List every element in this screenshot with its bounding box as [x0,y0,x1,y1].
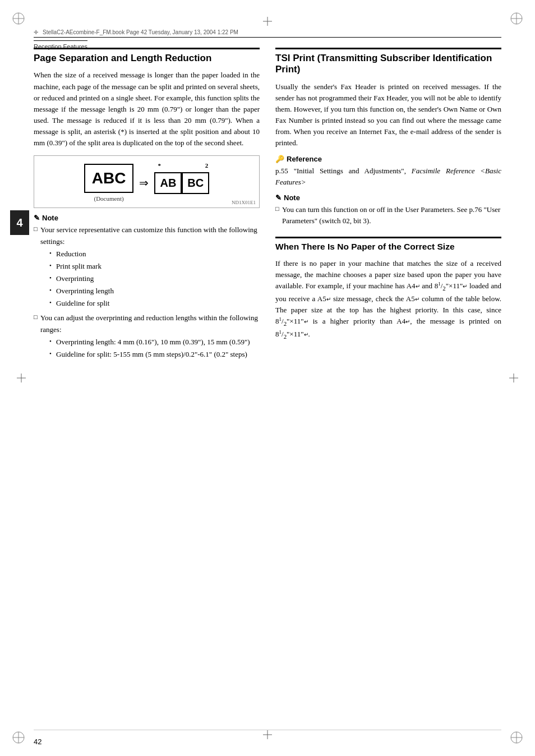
split-page-container: * 2 AB BC [154,172,209,194]
left-column: Page Separation and Length Reduction Whe… [34,48,260,363]
note-label: Note [42,214,58,222]
11-symbol-2: ↵ [304,319,308,325]
page2-marker: 2 [205,162,209,169]
a4-symbol-2: ↵ [405,319,410,325]
note-list: Your service representative can customiz… [34,224,260,360]
right-body-1: Usually the sender's Fax Header is print… [275,81,501,149]
bullet-guideline: Guideline for split [49,298,260,309]
split-page-1: AB [154,172,182,194]
note-bullets-1: Reduction Print split mark Overprinting … [40,248,260,310]
bottom-line [34,730,501,730]
star-marker: * [158,162,161,169]
split-page-2: BC [182,172,209,194]
note-item-2-text: You can adjust the overprinting and redu… [40,314,258,333]
document-text: ABC [84,164,134,193]
bullet-overprinting-length: Overprinting length [49,285,260,297]
left-section-title: Page Separation and Length Reduction [34,48,260,64]
right-note-item-1-text: You can turn this function on or off in … [282,205,500,225]
corner-mark-tr [508,10,525,27]
edge-mark-bottom [263,730,272,739]
page-content: 4 Page Separation and Length Reduction W… [34,48,501,728]
right-note-header: ✎ Note [275,193,501,202]
file-info-cross: ✛ [34,29,38,35]
note-item-1-text: Your service representative can customiz… [40,225,257,245]
a4-symbol-1: ↵ [416,283,420,289]
chapter-tab: 4 [10,210,29,235]
edge-mark-left [17,374,26,382]
file-info-bar: ✛ StellaC2-AEcombine-F_FM.book Page 42 T… [34,29,501,38]
right-body-2: If there is no paper in your machine tha… [275,258,501,342]
note-item-1: Your service representative can customiz… [34,224,260,309]
split-pages: * 2 AB BC [154,172,209,194]
split-diagram: ABC (Document) ⇒ * 2 AB BC [34,155,260,208]
bullet-reduction: Reduction [49,248,260,260]
reference-header: 🔑 Reference [275,155,501,163]
page-number: 42 [34,737,41,746]
diagram-id: ND1X01E1 [232,200,256,205]
file-info-text: StellaC2-AEcombine-F_FM.book Page 42 Tue… [43,29,238,35]
bullet-print-split: Print split mark [49,261,260,272]
bullet-overprinting: Overprinting [49,273,260,284]
split-text-boxes: AB BC [154,172,209,194]
document-label: (Document) [84,195,134,202]
left-body-text: When the size of a received message is l… [34,70,260,149]
corner-mark-tl [10,10,27,27]
arrow-symbol: ⇒ [139,176,149,190]
right-note-label: Note [284,193,300,202]
two-column-layout: Page Separation and Length Reduction Whe… [34,48,501,363]
right-section-title-2: When There Is No Paper of the Correct Si… [275,237,501,252]
bullet-guideline-split-vals: Guideline for split: 5-155 mm (5 mm step… [49,349,260,360]
a5-symbol-2: ↵ [415,296,419,302]
reference-label: Reference [287,155,322,163]
right-note-item-1: You can turn this function on or off in … [275,204,501,227]
right-section-title-1: TSI Print (Transmitting Subscriber Ident… [275,48,501,76]
key-icon: 🔑 [275,155,284,163]
document-box: ABC (Document) [84,164,134,202]
bullet-overprinting-length-vals: Overprinting length: 4 mm (0.16"), 10 mm… [49,336,260,348]
right-note-list: You can turn this function on or off in … [275,204,501,227]
11-symbol-3: ↵ [304,331,308,338]
pencil-icon: ✎ [34,214,40,222]
diagram-inner: ABC (Document) ⇒ * 2 AB BC [40,164,253,202]
corner-mark-bl [10,729,27,746]
note-bullets-2: Overprinting length: 4 mm (0.16"), 10 mm… [40,336,260,360]
reference-section: 🔑 Reference p.55 "Initial Settings and A… [275,155,501,188]
right-column: TSI Print (Transmitting Subscriber Ident… [275,48,501,363]
corner-mark-br [508,729,525,746]
ref-text-part1: p.55 "Initial Settings and Adjustments", [275,167,412,175]
right-note-section: ✎ Note You can turn this function on or … [275,193,501,227]
right-pencil-icon: ✎ [275,193,282,202]
edge-mark-right [509,374,518,382]
edge-mark-top [263,17,272,26]
note-item-2: You can adjust the overprinting and redu… [34,312,260,360]
a5-symbol-1: ↵ [326,296,331,302]
reference-text: p.55 "Initial Settings and Adjustments",… [275,165,501,188]
note-header: ✎ Note [34,214,260,222]
11-symbol: ↵ [463,283,467,289]
note-section: ✎ Note Your service representative can c… [34,214,260,360]
